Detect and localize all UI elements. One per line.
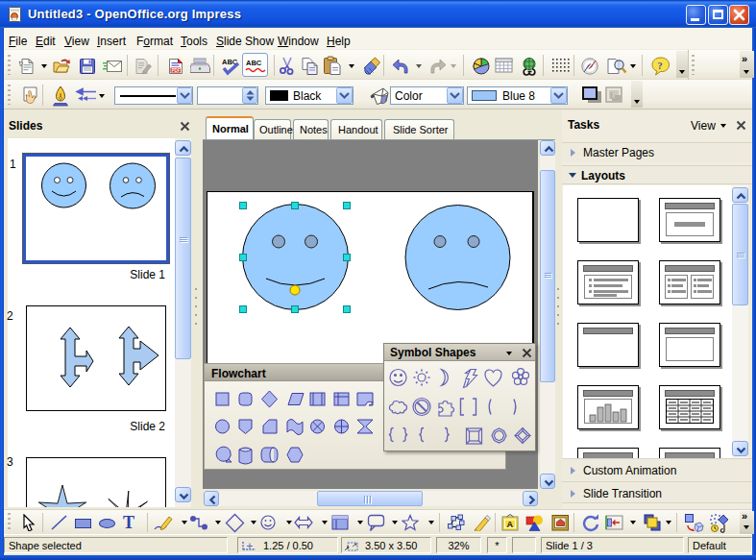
svg-text:PDF: PDF bbox=[172, 68, 181, 73]
svg-text:ABC: ABC bbox=[246, 59, 262, 67]
svg-text:?: ? bbox=[658, 61, 663, 71]
svg-text:A: A bbox=[507, 520, 514, 529]
